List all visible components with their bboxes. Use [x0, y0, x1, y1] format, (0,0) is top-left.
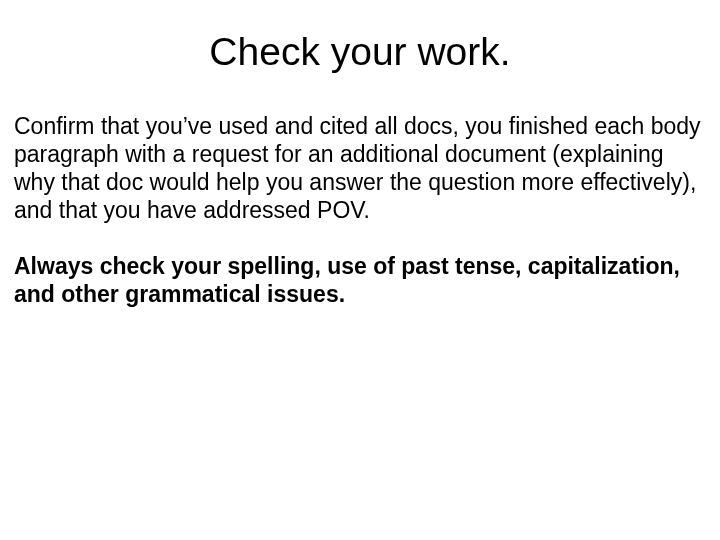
slide-title: Check your work. — [14, 30, 706, 74]
slide-container: Check your work. Confirm that you’ve use… — [0, 0, 720, 540]
body-paragraph-1: Confirm that you’ve used and cited all d… — [14, 112, 706, 224]
body-paragraph-2: Always check your spelling, use of past … — [14, 252, 706, 308]
